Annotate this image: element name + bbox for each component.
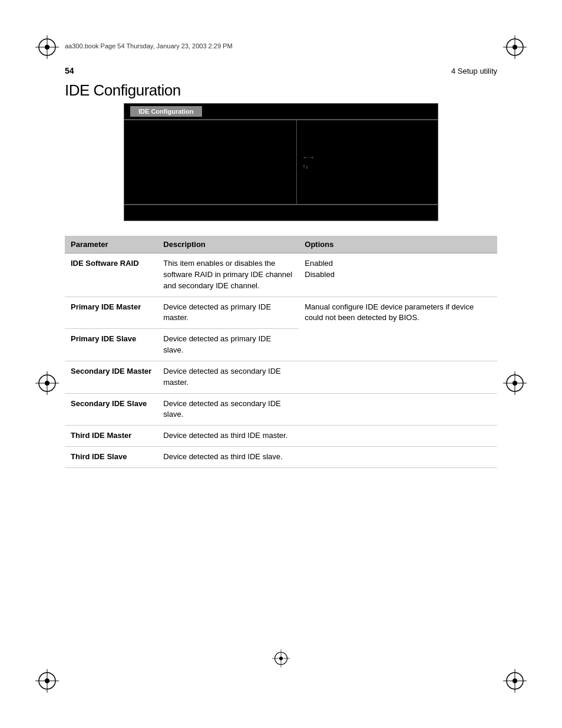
- col-header-parameter: Parameter: [65, 236, 157, 253]
- bios-nav-hints: ←→↑↓: [303, 153, 315, 172]
- cell-description: Device detected as third IDE master.: [157, 426, 299, 447]
- table-row: Third IDE SlaveDevice detected as third …: [65, 447, 497, 468]
- page-number: 54: [65, 66, 74, 75]
- cell-options: [299, 393, 497, 426]
- cell-description: Device detected as primary IDE slave.: [157, 329, 299, 361]
- table-row: Primary IDE MasterDevice detected as pri…: [65, 297, 497, 329]
- table-row: Secondary IDE MasterDevice detected as s…: [65, 361, 497, 393]
- bios-right-panel: ←→↑↓: [297, 120, 438, 204]
- cell-description: Device detected as third IDE slave.: [157, 447, 299, 468]
- bios-top-bar: IDE Configuration: [124, 104, 438, 120]
- table-header-row: Parameter Description Options: [65, 236, 497, 253]
- cell-parameter: Secondary IDE Master: [65, 361, 157, 393]
- table-row: Third IDE MasterDevice detected as third…: [65, 426, 497, 447]
- page-header: 54 4 Setup utility: [65, 66, 497, 75]
- bios-screenshot: IDE Configuration ←→↑↓: [124, 103, 438, 221]
- col-header-description: Description: [157, 236, 299, 253]
- cell-description: Device detected as primary IDE master.: [157, 297, 299, 329]
- file-header: aa300.book Page 54 Thursday, January 23,…: [65, 42, 233, 50]
- cell-parameter: Primary IDE Master: [65, 297, 157, 329]
- cell-options: EnabledDisabled: [299, 253, 497, 297]
- chapter-title: 4 Setup utility: [451, 67, 497, 75]
- cell-options: Manual configure IDE device parameters i…: [299, 297, 497, 361]
- corner-mark-mid-l: [35, 371, 59, 395]
- cell-description: Device detected as secondary IDE slave.: [157, 393, 299, 426]
- cell-options: [299, 447, 497, 468]
- cell-description: This item enables or disables the softwa…: [157, 253, 299, 297]
- table-row: Secondary IDE SlaveDevice detected as se…: [65, 393, 497, 426]
- corner-mark-tl: [35, 35, 59, 59]
- corner-mark-br: [503, 669, 527, 693]
- cell-options: [299, 426, 497, 447]
- col-header-options: Options: [299, 236, 497, 253]
- cell-description: Device detected as secondary IDE master.: [157, 361, 299, 393]
- bios-bottom-bar: [124, 204, 438, 220]
- cell-parameter: IDE Software RAID: [65, 253, 157, 297]
- corner-mark-bl: [35, 669, 59, 693]
- cell-options: [299, 361, 497, 393]
- cell-parameter: Primary IDE Slave: [65, 329, 157, 361]
- bottom-center-mark: [272, 650, 290, 669]
- cell-parameter: Third IDE Slave: [65, 447, 157, 468]
- table-row: IDE Software RAIDThis item enables or di…: [65, 253, 497, 297]
- corner-mark-tr: [503, 35, 527, 59]
- ide-config-table: Parameter Description Options IDE Softwa…: [65, 236, 497, 468]
- bios-left-panel: [124, 120, 297, 204]
- corner-mark-mid-r: [503, 371, 527, 395]
- bios-tab: IDE Configuration: [130, 106, 202, 117]
- cell-parameter: Secondary IDE Slave: [65, 393, 157, 426]
- page-title: IDE Configuration: [65, 81, 181, 100]
- config-table: Parameter Description Options IDE Softwa…: [65, 236, 497, 468]
- cell-parameter: Third IDE Master: [65, 426, 157, 447]
- bios-body: ←→↑↓: [124, 120, 438, 204]
